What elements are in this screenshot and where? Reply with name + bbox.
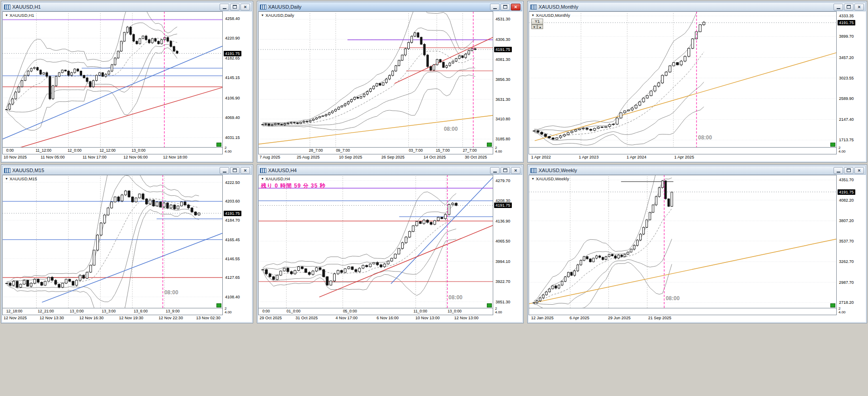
y-scale-control[interactable]: Y1 ▼▲	[531, 19, 543, 29]
chart-corner-status-square	[830, 143, 835, 147]
window-titlebar[interactable]: XAUUSD,Daily ×	[258, 2, 522, 11]
chart-window-xauusd-h1: XAUUSD,H1 × ▼XAUUSD,H1 4258.404220.90418…	[1, 1, 253, 163]
chart-symbol-text: XAUUSD,H4	[265, 176, 290, 181]
date-axis: 29 Oct 202531 Oct 20254 Nov 17:006 Nov 1…	[258, 315, 493, 322]
maximize-button[interactable]	[844, 167, 853, 174]
minimize-icon	[223, 8, 226, 9]
y-scale-label[interactable]: Y1	[531, 19, 543, 25]
time-grid-label: 13_9:00	[166, 309, 180, 313]
chart-plot[interactable]: 08:00	[258, 175, 493, 308]
minimize-icon	[837, 8, 840, 9]
chart-area[interactable]: ▼XAUUSD,Weekly 08:004351.704082.203807.2…	[529, 175, 866, 322]
price-axis[interactable]: 4279.704208.304136.904065.503994.103922.…	[493, 175, 522, 308]
close-button[interactable]: ×	[854, 4, 864, 10]
date-label: 12 Nov 06:00	[123, 155, 148, 159]
current-price-tag: 4191.75	[224, 211, 241, 216]
window-controls: ×	[220, 4, 250, 10]
minimize-button[interactable]	[490, 167, 500, 174]
date-label: 21 Sep 2025	[648, 316, 671, 320]
minimize-button[interactable]	[834, 4, 843, 10]
window-controls: ×	[220, 167, 250, 174]
price-axis-label: 4306.30	[495, 37, 510, 42]
date-label: 7 Aug 2025	[260, 155, 280, 159]
price-axis-label: 4258.40	[225, 16, 240, 21]
date-label: 29 Jun 2025	[608, 316, 631, 320]
window-titlebar[interactable]: XAUUSD,H1 ×	[2, 2, 252, 11]
chart-plot[interactable]: 08:00	[529, 11, 837, 148]
minimize-button[interactable]	[220, 167, 229, 174]
chart-corner-status-square	[216, 143, 221, 147]
symbol-dropdown-icon: ▼	[5, 14, 8, 17]
chart-symbol-text: XAUUSD,Monthly	[536, 13, 570, 18]
price-axis-label: 3856.30	[495, 77, 510, 82]
time-scale[interactable]: 12_18:0012_21:0013_0:0013_3:0013_6:0013_…	[2, 308, 223, 315]
window-controls: ×	[490, 4, 520, 10]
minimize-icon	[493, 172, 497, 173]
date-label: 12 Nov 16:30	[79, 316, 104, 320]
indicator-scale-label: 24.00	[495, 146, 502, 153]
price-axis[interactable]: 4333.353899.703457.203023.552589.902147.…	[837, 11, 866, 148]
time-grid-label: 11_0:00	[413, 309, 427, 313]
chart-corner-status-square	[216, 303, 221, 307]
time-grid-label: 28_7:00	[309, 148, 323, 153]
vertical-gridlines	[286, 175, 446, 308]
chart-area[interactable]: ▼XAUUSD,H4 残り 0 時間 59 分 35 秒 08:004279.7…	[258, 175, 522, 322]
window-titlebar[interactable]: XAUUSD,M15 ×	[2, 166, 252, 175]
maximize-button[interactable]	[500, 4, 510, 10]
band-lines	[263, 192, 456, 296]
time-grid-label: 13_0:00	[70, 309, 84, 313]
close-button[interactable]: ×	[240, 167, 250, 174]
price-axis-label: 4182.65	[225, 56, 240, 60]
maximize-button[interactable]	[230, 4, 240, 10]
time-scale[interactable]: 0:0001_0:0005_0:0011_0:0013_0:00	[258, 308, 493, 315]
maximize-button[interactable]	[500, 167, 510, 174]
chart-corner-status-square	[487, 143, 492, 147]
chart-plot[interactable]: 08:00	[529, 175, 837, 308]
close-button[interactable]: ×	[511, 167, 520, 174]
chart-plot[interactable]	[2, 11, 223, 148]
minimize-button[interactable]	[220, 4, 229, 10]
current-price-tag: 4191.75	[224, 51, 241, 56]
scale-up-icon[interactable]: ▲	[537, 25, 543, 29]
chart-plot[interactable]: 08:00	[258, 11, 493, 148]
price-axis-label: 4222.50	[225, 180, 240, 185]
scale-down-icon[interactable]: ▼	[531, 25, 537, 29]
price-axis[interactable]: 4222.504203.604184.704165.454146.554127.…	[223, 175, 252, 308]
candlestick-series	[5, 190, 200, 288]
maximize-button[interactable]	[844, 4, 853, 10]
close-icon: ×	[244, 168, 246, 173]
current-price-tag: 4191.75	[494, 47, 512, 52]
price-axis[interactable]: 4258.404220.904182.654145.154106.904069.…	[223, 11, 252, 148]
price-axis-label: 4333.35	[839, 14, 854, 18]
close-button[interactable]: ×	[240, 4, 250, 10]
window-title: XAUUSD,H1	[12, 4, 218, 10]
chart-symbol-label: ▼XAUUSD,Monthly	[531, 13, 570, 18]
chart-area[interactable]: ▼XAUUSD,Monthly Y1 ▼▲ 08:004333.353899.7…	[529, 11, 866, 161]
time-scale[interactable]: 28_7:0009_7:0003_7:0015_7:0027_7:00	[258, 148, 493, 154]
window-titlebar[interactable]: XAUUSD,Monthly ×	[529, 2, 866, 11]
time-grid-label: 13_0:00	[132, 148, 146, 153]
symbol-dropdown-icon: ▼	[531, 177, 535, 180]
minimize-button[interactable]	[834, 167, 843, 174]
price-axis[interactable]: 4351.704082.203807.203537.703262.702987.…	[837, 175, 866, 308]
close-button[interactable]: ×	[854, 167, 864, 174]
time-scale[interactable]: 0:0011_12:0012_0:0012_12:0013_0:00	[2, 148, 223, 154]
chart-symbol-label: ▼XAUUSD,Daily	[261, 13, 294, 18]
chart-area[interactable]: ▼XAUUSD,Daily 08:004531.304306.304081.30…	[258, 11, 522, 161]
chart-area[interactable]: ▼XAUUSD,H1 4258.404220.904182.654145.154…	[2, 11, 252, 161]
window-titlebar[interactable]: XAUUSD,H4 ×	[258, 166, 522, 175]
chart-area[interactable]: ▼XAUUSD,M15 08:004222.504203.604184.7041…	[2, 175, 252, 322]
trend-lines	[535, 53, 837, 141]
window-titlebar[interactable]: XAUUSD,Weekly ×	[529, 166, 866, 175]
price-axis-label: 3023.55	[839, 76, 854, 80]
chart-plot[interactable]: 08:00	[2, 175, 223, 308]
time-scale[interactable]	[529, 308, 837, 315]
price-axis[interactable]: 4531.304306.304081.303856.303631.303410.…	[493, 11, 522, 148]
session-clock-label: 08:00	[164, 289, 178, 296]
indicator-scale-label: 24.00	[225, 307, 232, 314]
close-button[interactable]: ×	[511, 4, 520, 10]
time-grid-label: 03_7:00	[409, 148, 423, 153]
time-scale[interactable]	[529, 148, 837, 154]
minimize-button[interactable]	[490, 4, 500, 10]
maximize-button[interactable]	[230, 167, 240, 174]
